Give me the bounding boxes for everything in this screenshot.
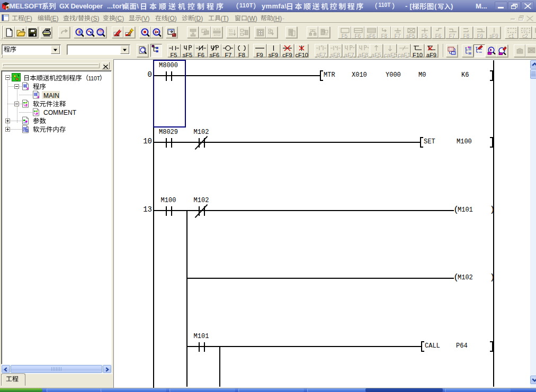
svg-text:123: 123	[99, 32, 103, 35]
svg-text:LD: LD	[452, 52, 455, 55]
svg-text:S9: S9	[229, 32, 233, 36]
svg-text:SC: SC	[523, 29, 528, 32]
svg-text:error: error	[214, 33, 221, 37]
